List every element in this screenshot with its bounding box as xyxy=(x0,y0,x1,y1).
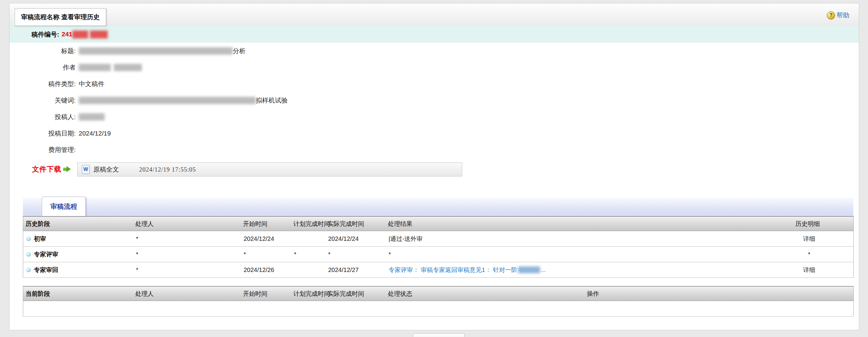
header-band xyxy=(9,3,859,26)
redacted-blur xyxy=(79,64,111,71)
history-detail-link[interactable]: 详细 xyxy=(762,262,854,278)
planned-time-cell xyxy=(291,231,325,247)
file-download-box: W 原稿全文 2024/12/19 17:55:05 xyxy=(77,162,462,177)
page: 审稿流程名称 查看审理历史 ? 帮助 稿件编号: 241 标题:分析作者稿件类型… xyxy=(0,0,868,337)
stage-cell: 专家评审 xyxy=(23,247,133,262)
question-coin-icon: ? xyxy=(827,11,835,20)
text-fragment: 2024/12/19 xyxy=(79,130,111,137)
column-header-empty xyxy=(731,286,854,301)
empty-cell xyxy=(23,301,854,316)
planned-time-cell xyxy=(291,262,325,278)
field-label: 投稿人: xyxy=(9,113,76,121)
redacted-blur xyxy=(79,47,233,55)
redacted-blur xyxy=(72,31,88,38)
info-row: 作者 xyxy=(9,59,528,76)
review-opinion-link[interactable]: 专家评审： 审稿专家返回审稿意见1： 针对一阶... xyxy=(389,266,546,274)
column-header: 历史阶段 xyxy=(23,216,133,231)
file-link[interactable]: 原稿全文 xyxy=(93,165,119,174)
redacted-blur xyxy=(90,31,108,38)
word-doc-icon: W xyxy=(82,165,90,174)
planned-time-cell: * xyxy=(291,247,325,262)
tab-review-process[interactable]: 审稿流程 xyxy=(42,196,86,216)
table-row: 专家审回*2024/12/262024/12/27专家评审： 审稿专家返回审稿意… xyxy=(23,262,854,278)
field-value xyxy=(79,64,142,71)
field-label: 关键词: xyxy=(9,96,76,105)
stage-cell: 初审 xyxy=(23,231,133,247)
actual-time-cell: * xyxy=(325,247,385,262)
start-time-cell: 2024/12/24 xyxy=(241,231,291,247)
result-text: * xyxy=(389,251,391,257)
field-value: 分析 xyxy=(79,47,246,55)
file-download-label: 文件下载 xyxy=(32,161,71,177)
result-cell: |通过-送外审 xyxy=(385,231,762,247)
manuscript-info: 标题:分析作者稿件类型:中文稿件关键词:拟样机试验投稿人:投稿日期:2024/1… xyxy=(9,43,528,158)
result-cell[interactable]: 专家评审： 审稿专家返回审稿意见1： 针对一阶... xyxy=(385,262,762,278)
text-fragment: 拟样机试验 xyxy=(256,96,288,105)
blue-dot-icon xyxy=(26,252,31,257)
field-label: 投稿日期: xyxy=(9,129,76,138)
spacer xyxy=(111,67,114,68)
info-row: 投稿人: xyxy=(9,109,528,125)
column-header: 处理人 xyxy=(133,286,241,301)
manuscript-id-band xyxy=(9,26,859,43)
table-header-row: 历史阶段处理人开始时间计划完成时间实际完成时间处理结果历史明细 xyxy=(23,216,854,231)
handler-cell: * xyxy=(133,262,241,278)
text-fragment: 专家评审： 审稿专家返回审稿意见1： 针对一阶 xyxy=(389,266,518,274)
column-header: 实际完成时间 xyxy=(325,216,385,231)
file-timestamp: 2024/12/19 17:55:05 xyxy=(139,166,196,173)
table-row: 初审*2024/12/242024/12/24|通过-送外审详细 xyxy=(23,231,854,247)
field-label: 标题: xyxy=(9,47,76,55)
history-detail-link: * xyxy=(762,247,854,262)
manuscript-id-value: 241 xyxy=(62,30,108,38)
text-fragment: * xyxy=(389,251,391,257)
column-header: 实际完成时间 xyxy=(325,286,385,301)
column-header: 处理状态 xyxy=(385,286,456,301)
column-header: 历史明细 xyxy=(762,216,854,231)
info-row: 标题:分析 xyxy=(9,43,528,59)
field-value: 2024/12/19 xyxy=(79,130,111,137)
column-header: 处理人 xyxy=(133,216,241,231)
field-label: 稿件类型: xyxy=(9,80,76,88)
manuscript-id-label: 稿件编号: xyxy=(31,30,59,39)
info-row: 稿件类型:中文稿件 xyxy=(9,76,528,92)
info-row: 费用管理: xyxy=(9,142,528,158)
history-detail-link[interactable]: 详细 xyxy=(762,231,854,247)
info-row: 关键词:拟样机试验 xyxy=(9,92,528,109)
handler-cell: * xyxy=(133,231,241,247)
text-fragment: |通过-送外审 xyxy=(389,235,423,242)
info-row: 投稿日期:2024/12/19 xyxy=(9,125,528,142)
tab-strip xyxy=(23,198,854,216)
field-label: 费用管理: xyxy=(9,146,76,154)
empty-row xyxy=(23,301,854,316)
field-value: 拟样机试验 xyxy=(79,96,288,105)
actual-time-cell: 2024/12/24 xyxy=(325,231,385,247)
column-header: 计划完成时间 xyxy=(291,286,325,301)
stage-cell: 专家审回 xyxy=(23,262,133,278)
table-header-row: 当前阶段处理人开始时间计划完成时间实际完成时间处理状态操作 xyxy=(23,286,854,301)
actual-time-cell: 2024/12/27 xyxy=(325,262,385,278)
stage-name: 初审 xyxy=(34,235,46,242)
result-cell: * xyxy=(385,247,762,262)
text-fragment: 中文稿件 xyxy=(79,80,104,88)
redacted-blur xyxy=(79,113,105,121)
stage-name: 专家审回 xyxy=(34,267,58,273)
text-fragment: ... xyxy=(540,267,546,274)
text-fragment: 分析 xyxy=(233,47,246,55)
column-header: 计划完成时间 xyxy=(291,216,325,231)
redacted-blur xyxy=(114,64,142,71)
page-title-tab: 审稿流程名称 查看审理历史 xyxy=(14,8,106,26)
handler-cell: * xyxy=(133,247,241,262)
green-arrow-icon xyxy=(63,166,71,172)
redacted-blur xyxy=(79,97,256,104)
blue-dot-icon xyxy=(26,268,31,272)
blue-dot-icon xyxy=(26,237,31,241)
partial-bottom-button[interactable] xyxy=(413,333,465,337)
field-label: 作者 xyxy=(9,63,76,72)
column-header: 处理结果 xyxy=(385,216,762,231)
start-time-cell: 2024/12/26 xyxy=(241,262,291,278)
manuscript-id-row: 稿件编号: 241 xyxy=(31,26,108,43)
redacted-blur xyxy=(518,267,540,273)
column-header: 开始时间 xyxy=(241,216,291,231)
column-header: 当前阶段 xyxy=(23,286,133,301)
help-link[interactable]: ? 帮助 xyxy=(827,11,849,20)
